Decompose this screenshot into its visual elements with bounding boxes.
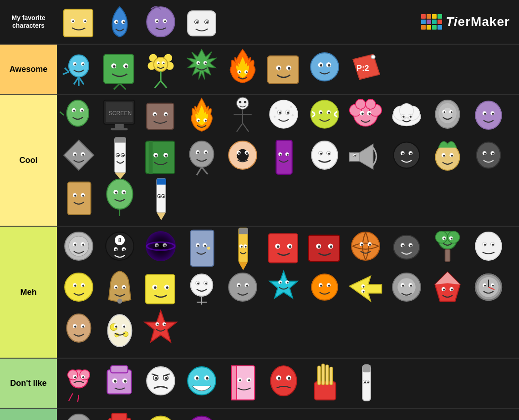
svg-point-259 (393, 235, 419, 259)
char-red-robot (100, 410, 140, 420)
svg-point-69 (67, 100, 89, 126)
svg-point-88 (205, 120, 207, 121)
svg-point-138 (492, 112, 494, 114)
svg-point-211 (159, 196, 161, 197)
char-white-ball (182, 269, 222, 309)
svg-point-318 (397, 278, 416, 296)
svg-rect-391 (318, 366, 321, 385)
char-donut (223, 137, 263, 177)
svg-point-204 (115, 191, 117, 193)
tiermaker-logo: TierMaker (421, 14, 510, 30)
svg-point-306 (280, 282, 281, 283)
svg-point-83 (154, 113, 156, 115)
svg-point-155 (190, 141, 214, 167)
svg-point-367 (147, 367, 175, 395)
char-basketball (346, 228, 386, 268)
svg-rect-208 (157, 178, 166, 184)
svg-point-417 (147, 416, 175, 420)
svg-point-280 (74, 284, 76, 286)
svg-point-354 (80, 369, 90, 380)
svg-point-212 (163, 196, 165, 197)
svg-point-253 (330, 245, 333, 248)
char-white-angry (141, 363, 181, 403)
svg-point-185 (410, 152, 412, 154)
svg-line-359 (69, 393, 73, 401)
char-fries (305, 363, 345, 403)
svg-point-126 (410, 116, 412, 117)
svg-point-322 (410, 284, 412, 286)
svg-line-34 (114, 83, 120, 89)
char-green-blob2 (100, 178, 140, 218)
svg-point-340 (108, 314, 132, 346)
svg-line-95 (243, 123, 249, 132)
char-blue-pencil (141, 178, 181, 218)
svg-point-400 (367, 381, 369, 383)
svg-rect-244 (269, 233, 298, 263)
tier-table: My favorite characters (0, 0, 519, 420)
svg-point-383 (239, 379, 241, 381)
svg-point-55 (239, 71, 240, 73)
svg-rect-0 (64, 10, 93, 37)
char-gray-diamond (59, 137, 99, 177)
svg-line-48 (161, 81, 167, 87)
svg-point-132 (443, 111, 445, 113)
svg-point-190 (451, 154, 453, 156)
svg-point-230 (156, 244, 158, 246)
svg-point-224 (115, 248, 117, 250)
char-beige-figure (59, 310, 99, 350)
svg-point-316 (363, 290, 365, 292)
svg-point-56 (246, 71, 248, 73)
svg-point-333 (484, 284, 486, 286)
char-teardrop (100, 2, 140, 42)
svg-point-226 (146, 231, 176, 261)
svg-point-177 (328, 152, 330, 154)
tier-content-dont-like (57, 359, 519, 408)
char-speaker (427, 96, 468, 137)
svg-point-276 (492, 243, 494, 245)
svg-point-9 (147, 7, 175, 37)
svg-point-365 (114, 380, 117, 383)
svg-point-326 (451, 288, 453, 290)
char-orange-coin (305, 269, 345, 309)
char-leafy (182, 49, 222, 89)
char-spotted-egg (100, 310, 140, 350)
svg-point-248 (289, 245, 292, 248)
svg-point-285 (115, 286, 117, 288)
svg-point-12 (156, 20, 158, 22)
char-stickman (223, 96, 263, 137)
svg-point-389 (288, 377, 290, 380)
svg-point-72 (73, 110, 75, 111)
tier-row-awesome: Awesome (0, 45, 519, 95)
header-title-text: My favorite characters (2, 14, 55, 30)
svg-point-307 (287, 282, 289, 283)
svg-rect-362 (111, 366, 127, 373)
char-liy (427, 137, 468, 177)
svg-point-233 (207, 247, 210, 250)
tier-row-cool: Cool SCREEN (0, 95, 519, 227)
svg-point-266 (448, 231, 459, 243)
svg-point-297 (197, 283, 199, 284)
char-gray-btn (387, 269, 427, 309)
svg-point-311 (320, 284, 322, 286)
char-pencil (100, 137, 140, 177)
char-coiny (264, 49, 304, 89)
char-yellow-ball (59, 269, 99, 309)
svg-point-125 (402, 116, 404, 117)
svg-point-189 (443, 154, 445, 156)
svg-rect-77 (115, 124, 124, 128)
char-red-rect (305, 228, 345, 268)
svg-point-315 (363, 285, 365, 287)
header-row: My favorite characters (0, 0, 519, 45)
svg-point-357 (74, 376, 76, 378)
tier-label-hate: I hate them (0, 409, 57, 420)
svg-point-103 (274, 116, 275, 117)
char-marshmallow (182, 2, 222, 42)
svg-point-99 (279, 111, 281, 114)
svg-point-91 (244, 101, 247, 103)
tier-content-meh: 8 (57, 227, 519, 358)
svg-line-94 (237, 123, 243, 132)
svg-rect-144 (115, 137, 126, 142)
char-gray-walker (182, 137, 222, 177)
svg-rect-249 (309, 235, 340, 261)
svg-point-218 (82, 243, 84, 245)
